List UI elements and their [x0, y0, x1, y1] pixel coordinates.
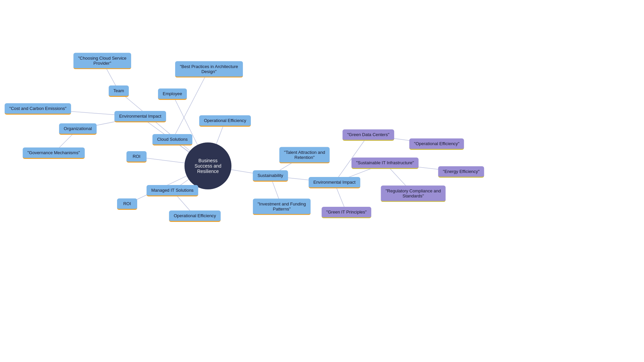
regulatory-node: "Regulatory Compliance and Standards"	[381, 186, 445, 202]
regulatory-label: "Regulatory Compliance and Standards"	[381, 186, 445, 202]
talent-label: "Talent Attraction and Retention"	[279, 147, 330, 164]
best-practices-node: "Best Practices in Architecture Design"	[175, 61, 243, 78]
choosing-cloud-label: "Choosing Cloud Service Provider"	[73, 53, 131, 69]
cloud-solutions-label: Cloud Solutions	[152, 134, 192, 145]
sustainability-label: Sustainability	[253, 170, 288, 182]
center-circle: Business Success and Resilience	[184, 142, 231, 189]
choosing-cloud-node: "Choosing Cloud Service Provider"	[73, 53, 131, 69]
env-impact-left-node: Environmental Impact	[114, 111, 166, 122]
env-impact-left-label: Environmental Impact	[114, 111, 166, 122]
center-label: Business Success and Resilience	[190, 158, 226, 174]
roi-top-label: ROI	[126, 151, 147, 163]
op-eff-top-label: Operational Efficiency	[199, 115, 251, 127]
investment-node: "Investment and Funding Patterns"	[253, 199, 311, 215]
governance-node: "Governance Mechanisms"	[23, 147, 85, 159]
roi-top-node: ROI	[126, 151, 147, 163]
managed-it-node: Managed IT Solutions	[147, 185, 198, 196]
organizational-label: Organizational	[59, 123, 97, 135]
cost-carbon-label: "Cost and Carbon Emissions"	[5, 103, 71, 115]
organizational-node: Organizational	[59, 123, 97, 135]
env-impact-right-node: Environmental Impact	[309, 177, 360, 188]
green-it-label: "Green IT Principles"	[322, 207, 371, 218]
energy-eff-node: "Energy Efficiency"	[438, 166, 484, 178]
team-label: Team	[109, 85, 129, 97]
center-node: Business Success and Resilience	[184, 142, 231, 189]
roi-bottom-label: ROI	[117, 198, 137, 210]
roi-bottom-node: ROI	[117, 198, 137, 210]
green-it-node: "Green IT Principles"	[322, 207, 371, 218]
op-eff-right-node: "Operational Efficiency"	[409, 138, 464, 150]
svg-line-13	[172, 69, 209, 140]
employee-label: Employee	[158, 88, 187, 100]
op-eff-right-label: "Operational Efficiency"	[409, 138, 464, 150]
team-node: Team	[109, 85, 129, 97]
energy-eff-label: "Energy Efficiency"	[438, 166, 484, 178]
investment-label: "Investment and Funding Patterns"	[253, 199, 311, 215]
op-eff-top-node: Operational Efficiency	[199, 115, 251, 127]
sustainability-node: Sustainability	[253, 170, 288, 182]
governance-label: "Governance Mechanisms"	[23, 147, 85, 159]
op-eff-bottom-node: Operational Efficiency	[169, 210, 221, 222]
employee-node: Employee	[158, 88, 187, 100]
cloud-solutions-node: Cloud Solutions	[152, 134, 192, 145]
managed-it-label: Managed IT Solutions	[147, 185, 198, 196]
green-data-node: "Green Data Centers"	[342, 129, 394, 141]
sustainable-it-node: "Sustainable IT Infrastructure"	[352, 158, 419, 169]
green-data-label: "Green Data Centers"	[342, 129, 394, 141]
env-impact-right-label: Environmental Impact	[309, 177, 360, 188]
op-eff-bottom-label: Operational Efficiency	[169, 210, 221, 222]
sustainable-it-label: "Sustainable IT Infrastructure"	[352, 158, 419, 169]
best-practices-label: "Best Practices in Architecture Design"	[175, 61, 243, 78]
talent-node: "Talent Attraction and Retention"	[279, 147, 330, 164]
cost-carbon-node: "Cost and Carbon Emissions"	[5, 103, 71, 115]
